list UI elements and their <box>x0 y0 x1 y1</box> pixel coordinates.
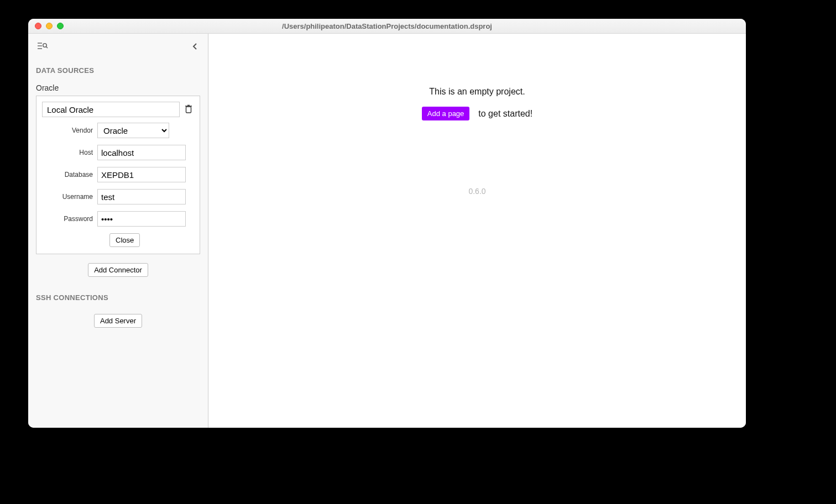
vendor-select[interactable]: Oracle <box>97 123 169 138</box>
add-connector-button[interactable]: Add Connector <box>88 263 148 277</box>
ssh-connections-header: SSH CONNECTIONS <box>28 281 208 305</box>
add-connector-row: Add Connector <box>28 254 208 281</box>
username-row: Username <box>42 189 194 204</box>
app-window: /Users/philipeaton/DataStationProjects/d… <box>28 19 746 428</box>
traffic-lights <box>28 23 64 29</box>
host-label: Host <box>42 149 97 156</box>
delete-connector-button[interactable] <box>183 103 194 116</box>
database-label: Database <box>42 171 97 179</box>
add-page-button[interactable]: Add a page <box>422 107 470 120</box>
window-zoom-button[interactable] <box>57 23 64 29</box>
empty-state: This is an empty project. Add a page to … <box>422 87 532 120</box>
username-label: Username <box>42 193 97 201</box>
sidebar-toolbar <box>28 34 208 59</box>
window-title: /Users/philipeaton/DataStationProjects/d… <box>28 22 746 30</box>
svg-point-3 <box>43 44 46 47</box>
connector-name-row <box>42 102 194 117</box>
collapse-sidebar-button[interactable] <box>190 41 200 53</box>
window-minimize-button[interactable] <box>46 23 53 29</box>
vendor-label: Vendor <box>42 127 97 134</box>
search-list-icon <box>37 41 48 53</box>
connector-card: Vendor Oracle Host Database Username <box>36 96 200 254</box>
add-server-button[interactable]: Add Server <box>94 314 142 328</box>
trash-icon <box>184 104 193 116</box>
close-button[interactable]: Close <box>109 233 140 247</box>
chevron-left-icon <box>191 43 199 52</box>
app-body: DATA SOURCES Oracle <box>28 34 746 428</box>
connector-name-input[interactable] <box>42 102 180 117</box>
version-label: 0.6.0 <box>468 187 485 196</box>
titlebar: /Users/philipeaton/DataStationProjects/d… <box>28 19 746 34</box>
empty-message: This is an empty project. <box>422 87 532 97</box>
password-label: Password <box>42 215 97 223</box>
database-row: Database <box>42 167 194 182</box>
get-started-text: to get started! <box>478 109 532 119</box>
svg-line-4 <box>46 47 48 49</box>
svg-rect-5 <box>186 107 191 113</box>
password-row: Password <box>42 211 194 227</box>
sidebar: DATA SOURCES Oracle <box>28 34 208 428</box>
password-input[interactable] <box>97 211 186 227</box>
empty-action-row: Add a page to get started! <box>422 107 532 120</box>
connector-type-label: Oracle <box>28 78 208 96</box>
host-input[interactable] <box>97 145 186 160</box>
window-close-button[interactable] <box>35 23 41 29</box>
main-content: This is an empty project. Add a page to … <box>208 34 746 428</box>
add-server-row: Add Server <box>28 305 208 332</box>
close-row: Close <box>42 233 194 247</box>
host-row: Host <box>42 145 194 160</box>
vendor-row: Vendor Oracle <box>42 123 194 138</box>
search-list-button[interactable] <box>36 40 49 54</box>
data-sources-header: DATA SOURCES <box>28 59 208 78</box>
username-input[interactable] <box>97 189 186 204</box>
database-input[interactable] <box>97 167 186 182</box>
